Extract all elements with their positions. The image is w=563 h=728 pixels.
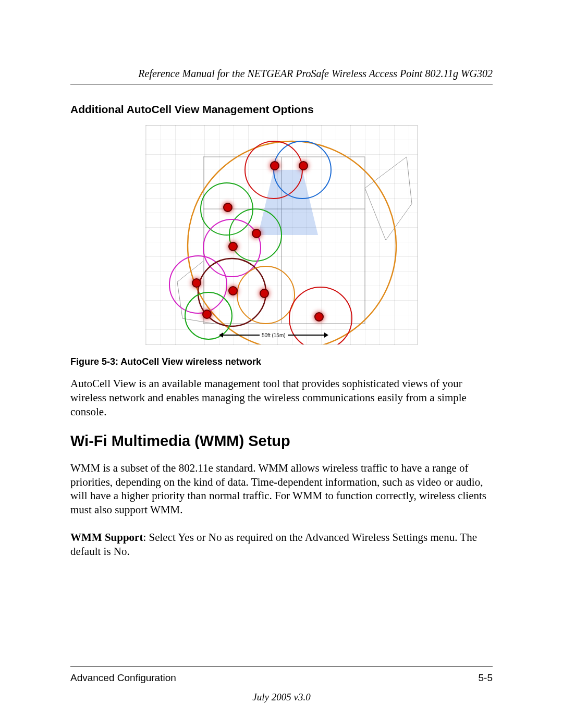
access-point-icon: [192, 278, 201, 288]
footer-section-name: Advanced Configuration: [70, 672, 176, 684]
autocell-view-figure: 50ft (15m): [145, 125, 418, 345]
autocell-options-subhead: Additional AutoCell View Management Opti…: [70, 103, 493, 116]
autocell-description-paragraph: AutoCell View is an available management…: [70, 377, 493, 419]
autocell-view-svg: [146, 126, 417, 344]
access-point-icon: [202, 310, 212, 319]
footer-page-number: 5-5: [479, 672, 493, 684]
access-point-icon: [270, 161, 279, 170]
access-point-icon: [314, 312, 324, 322]
wmm-support-paragraph: WMM Support: Select Yes or No as require…: [70, 530, 493, 559]
wmm-setup-heading: Wi-Fi Multimedia (WMM) Setup: [70, 433, 493, 450]
figure-5-3-container: 50ft (15m): [70, 125, 493, 347]
footer-version: July 2005 v3.0: [70, 692, 493, 703]
access-point-icon: [228, 286, 238, 295]
wmm-description-paragraph: WMM is a subset of the 802.11e standard.…: [70, 461, 493, 517]
access-point-icon: [252, 229, 261, 238]
page: Reference Manual for the NETGEAR ProSafe…: [0, 0, 563, 728]
wmm-support-label: WMM Support: [70, 531, 143, 544]
access-point-icon: [299, 161, 308, 170]
access-point-icon: [260, 289, 269, 298]
figure-scale-label: 50ft (15m): [262, 332, 286, 338]
access-point-icon: [223, 203, 232, 212]
figure-scale-bar: 50ft (15m): [219, 331, 328, 339]
running-header: Reference Manual for the NETGEAR ProSafe…: [70, 68, 493, 84]
page-footer: Advanced Configuration 5-5: [70, 667, 493, 684]
figure-5-3-caption: Figure 5-3: AutoCell View wireless netwo…: [70, 356, 493, 367]
access-point-icon: [228, 242, 238, 251]
